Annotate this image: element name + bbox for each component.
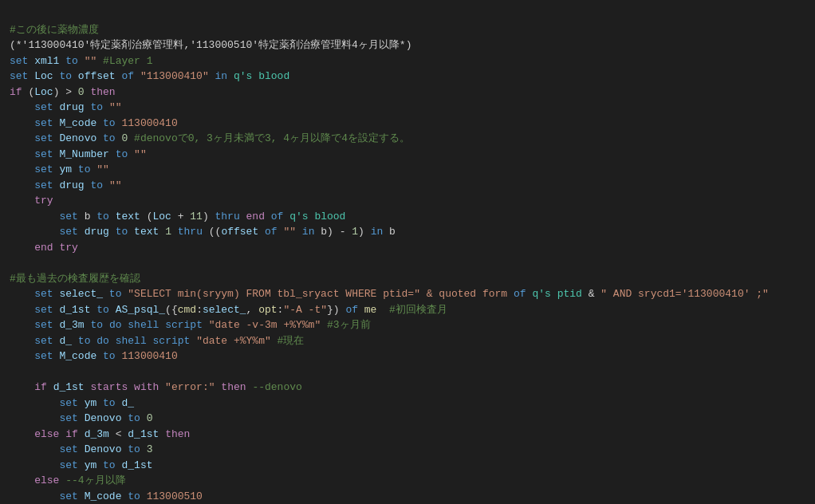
kw-shell-20: shell <box>116 335 147 347</box>
kw-end-13: end <box>246 211 265 222</box>
var-d1st-18: d_1st <box>59 304 90 316</box>
num-26: 3 <box>147 443 153 455</box>
func-me: me <box>364 304 377 316</box>
kw-script-20: script <box>153 335 191 347</box>
kw-then-25: then <box>165 428 190 440</box>
kw-set-26: set <box>59 443 77 455</box>
kw-of-13: of <box>271 211 284 222</box>
var-d1st-22: d_1st <box>53 381 85 393</box>
var-denovo-8: Denovo <box>59 132 96 144</box>
str-22: "error:" <box>165 381 215 393</box>
kw-set-18: set <box>34 304 53 316</box>
kw-set-23: set <box>59 397 77 409</box>
kw-to-21: to <box>103 350 116 362</box>
kw-to-27: to <box>103 459 116 471</box>
comment-18: #初回検査月 <box>389 304 447 316</box>
var-mcode-29: M_code <box>85 490 122 502</box>
str-17b: " AND srycd1='113000410' ;" <box>600 288 769 300</box>
var-drug-6: drug <box>59 101 84 113</box>
comment-1: #この後に薬物濃度 <box>10 24 99 36</box>
kw-to-19: to <box>90 319 103 331</box>
comment-8: #denovoで0, 3ヶ月未満で3, 4ヶ月以降で4を設定する。 <box>134 132 410 144</box>
var-denovo-26: Denovo <box>85 443 122 455</box>
str-17: "SELECT min(sryym) FROM tbl_sryact WHERE… <box>128 288 432 300</box>
kw-to-13: to <box>96 211 109 222</box>
comment-3: #Layer 1 <box>103 55 152 67</box>
kw-to-26: to <box>128 443 140 455</box>
str-21: 113000410 <box>121 350 177 362</box>
var-drug-11: drug <box>59 179 84 191</box>
var-mcode-7: M_code <box>59 117 96 129</box>
num-24: 0 <box>147 412 153 424</box>
num-14b: 1 <box>352 226 358 238</box>
kw-to-3: to <box>65 55 78 67</box>
kw-set-6: set <box>34 101 53 113</box>
kw-set-11: set <box>34 179 53 191</box>
kw-offset-4: offset <box>78 70 116 82</box>
kw-to-29: to <box>128 490 140 502</box>
var-loc: Loc <box>34 70 53 82</box>
kw-to-9: to <box>116 148 128 160</box>
kw-offset-14: offset <box>221 226 258 238</box>
var-aspsql-18: AS_psql_ <box>116 304 165 316</box>
str-6: "" <box>109 101 122 113</box>
kw-to-4: to <box>59 70 72 82</box>
num-8: 0 <box>121 132 128 144</box>
var-ym-23: ym <box>85 397 97 409</box>
var-d1st-25: d_1st <box>128 428 159 440</box>
var-d3m-19: d_3m <box>59 319 84 331</box>
kw-set-21: set <box>34 350 53 362</box>
kw-set-4: set <box>10 70 28 82</box>
kw-set-10: set <box>34 163 53 175</box>
kw-set-13: set <box>59 211 77 222</box>
kw-end-15: end <box>34 242 53 254</box>
kw-set-8: set <box>34 132 53 144</box>
var-d3m-25: d_3m <box>85 428 109 440</box>
kw-do-19: do <box>109 319 122 331</box>
var-loc-13: Loc <box>152 211 171 222</box>
str-20: "date +%Y%m" <box>196 335 271 347</box>
str-19: "date -v-3m +%Y%m" <box>209 319 321 331</box>
comment-19: #3ヶ月前 <box>327 319 371 331</box>
num-14: 1 <box>165 226 171 238</box>
kw-else-25: else <box>34 428 59 440</box>
kw-to-14: to <box>116 226 128 238</box>
code-editor: #この後に薬物濃度 (*'113000410'特定薬剤治療管理料,'113000… <box>10 6 805 504</box>
var-denovo-24: Denovo <box>85 412 122 424</box>
kw-to-7: to <box>103 117 116 129</box>
kw-if-5: if <box>10 86 22 98</box>
kw-to-11: to <box>90 179 103 191</box>
line-2: (*'113000410'特定薬剤治療管理料,'113000510'特定薬剤治療… <box>10 39 411 51</box>
kw-set-19: set <box>34 319 53 331</box>
kw-to-24: to <box>128 412 140 424</box>
str-18: "-A -t" <box>283 304 327 316</box>
var-qblood-4: q's blood <box>234 70 289 82</box>
kw-do-20: do <box>96 335 109 347</box>
func-cmd: cmd <box>178 304 196 316</box>
str-4: "113000410" <box>140 70 209 82</box>
kw-of-14: of <box>265 226 278 238</box>
kw-set-20: set <box>34 335 53 347</box>
num-13: 11 <box>190 211 203 222</box>
var-qblood-17: q's ptid <box>532 288 581 300</box>
kw-of-17: of <box>514 288 526 300</box>
kw-to-23: to <box>103 397 116 409</box>
kw-thru-13: thru <box>215 211 240 222</box>
kw-else-28: else <box>34 474 59 486</box>
num-5: 0 <box>78 86 85 98</box>
kw-to-8: to <box>103 132 116 144</box>
kw-script-19: script <box>165 319 203 331</box>
kw-of-4: of <box>121 70 134 82</box>
str-14: "" <box>283 226 296 238</box>
comment-28: --4ヶ月以降 <box>65 474 125 486</box>
var-d-23: d_ <box>121 397 134 409</box>
kw-set-3: set <box>10 55 28 67</box>
kw-if-25: if <box>65 428 78 440</box>
var-drug-14: drug <box>85 226 109 238</box>
var-xml1: xml1 <box>34 55 59 67</box>
var-select-18: select_ <box>203 304 246 316</box>
kw-in-14: in <box>302 226 315 238</box>
kw-in-4: in <box>215 70 228 82</box>
kw-set-27: set <box>59 459 77 471</box>
kw-of-18: of <box>345 304 358 316</box>
